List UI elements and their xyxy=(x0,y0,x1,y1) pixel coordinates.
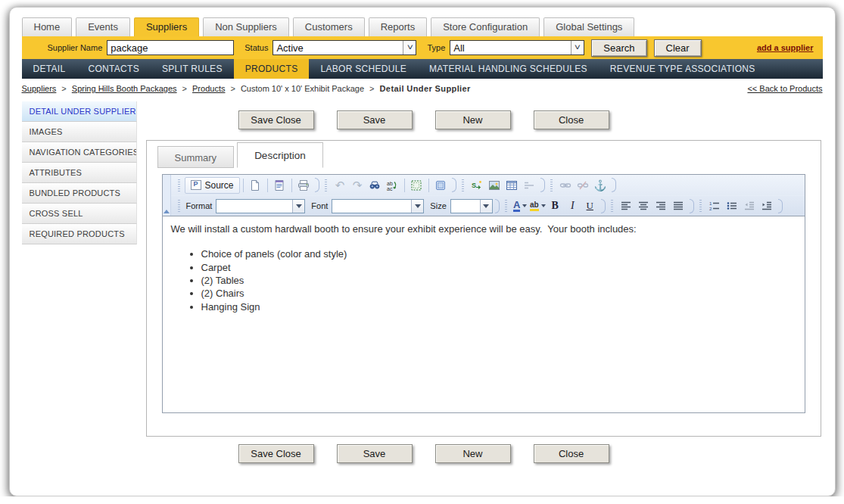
top-tab[interactable]: Customers xyxy=(293,17,365,36)
format-select[interactable] xyxy=(216,199,305,213)
sidebar-item[interactable]: IMAGES xyxy=(22,122,137,142)
insert-symbol-icon[interactable]: S xyxy=(469,177,486,194)
section-nav-item[interactable]: MATERIAL HANDLING SCHEDULES xyxy=(418,59,599,79)
save-button[interactable]: Save xyxy=(337,444,413,463)
align-center-icon[interactable] xyxy=(635,198,652,214)
editor-toolbar-row-1: Source xyxy=(171,175,805,195)
toolbar-grip[interactable] xyxy=(611,200,613,212)
find-icon[interactable] xyxy=(366,177,384,194)
numbered-list-icon[interactable]: 12 xyxy=(706,198,724,214)
breadcrumb-label[interactable]: Products xyxy=(192,84,225,93)
table-icon[interactable] xyxy=(503,177,521,194)
sidebar-item[interactable]: ATTRIBUTES xyxy=(22,163,137,183)
section-nav-item[interactable]: CONTACTS xyxy=(76,59,151,79)
preview-icon[interactable] xyxy=(271,177,288,194)
chevron-down-icon[interactable] xyxy=(480,200,492,213)
content-tab-bar: SummaryDescription xyxy=(147,141,821,168)
sidebar-item[interactable]: NAVIGATION CATEGORIES xyxy=(22,142,137,163)
toolbar-grip[interactable] xyxy=(550,179,553,191)
horizontal-rule-icon[interactable] xyxy=(521,177,538,194)
bulleted-list-icon[interactable] xyxy=(724,198,741,214)
back-to-products-link[interactable]: << Back to Products xyxy=(747,84,822,93)
breadcrumb-label[interactable]: Detail Under Supplier xyxy=(380,84,471,93)
toolbar-grip[interactable] xyxy=(178,200,180,212)
save-close-button[interactable]: Save Close xyxy=(238,110,314,129)
chevron-down-icon[interactable]: ˅ xyxy=(571,41,584,54)
anchor-icon[interactable]: ⚓ xyxy=(592,177,609,194)
align-right-icon[interactable] xyxy=(652,198,670,214)
breadcrumb-item: Detail Under Supplier > xyxy=(380,84,471,93)
new-button[interactable]: New xyxy=(435,110,511,129)
top-tab[interactable]: Events xyxy=(76,17,130,36)
sidebar-item[interactable]: DETAIL UNDER SUPPLIER xyxy=(22,101,137,122)
breadcrumb-label[interactable]: Suppliers xyxy=(22,84,57,93)
align-left-icon[interactable] xyxy=(618,198,635,214)
status-select[interactable]: Active ˅ xyxy=(273,40,416,55)
redo-icon[interactable]: ↷ xyxy=(349,177,366,194)
search-button[interactable]: Search xyxy=(591,39,646,57)
bold-icon[interactable]: B xyxy=(547,198,564,214)
toolbar-grip[interactable] xyxy=(178,179,180,191)
maximize-icon[interactable] xyxy=(432,177,450,194)
breadcrumb-label[interactable]: Custom 10' x 10' Exhibit Package xyxy=(241,84,364,93)
content-tab[interactable]: Summary xyxy=(157,146,235,168)
font-select[interactable] xyxy=(332,199,424,213)
section-nav-item[interactable]: REVENUE TYPE ASSOCIATIONS xyxy=(599,59,767,79)
top-tab[interactable]: Suppliers xyxy=(134,17,199,36)
align-justify-icon[interactable] xyxy=(670,198,687,214)
decrease-indent-icon[interactable] xyxy=(741,198,758,214)
chevron-down-icon[interactable] xyxy=(292,200,304,213)
content-tab[interactable]: Description xyxy=(237,142,323,168)
toolbar-grip[interactable] xyxy=(505,200,507,212)
breadcrumb-label[interactable]: Spring Hills Booth Packages xyxy=(72,84,177,93)
sidebar-item[interactable]: CROSS SELL xyxy=(22,204,137,224)
top-tab[interactable]: Store Configuration xyxy=(431,17,540,36)
print-icon[interactable] xyxy=(295,177,313,194)
top-tab[interactable]: Non Suppliers xyxy=(203,17,289,36)
top-tab[interactable]: Reports xyxy=(369,17,428,36)
new-button[interactable]: New xyxy=(435,444,511,463)
chevron-down-icon[interactable] xyxy=(411,200,423,213)
section-nav-item[interactable]: SPLIT RULES xyxy=(151,59,234,79)
editor-bullet-list: Choice of panels (color and style)Carpet… xyxy=(171,248,796,313)
image-icon[interactable] xyxy=(486,177,503,194)
save-close-button[interactable]: Save Close xyxy=(238,444,314,463)
sidebar-item[interactable]: REQUIRED PRODUCTS xyxy=(22,224,137,244)
section-nav-item[interactable]: DETAIL xyxy=(22,59,77,79)
close-button[interactable]: Close xyxy=(534,444,609,463)
top-tab[interactable]: Home xyxy=(22,17,73,36)
source-button[interactable]: Source xyxy=(185,177,240,194)
italic-icon[interactable]: I xyxy=(564,198,581,214)
top-tab[interactable]: Global Settings xyxy=(543,17,634,36)
add-supplier-link[interactable]: add a supplier xyxy=(757,43,814,52)
type-select[interactable]: All ˅ xyxy=(450,40,584,55)
toolbar-grip[interactable] xyxy=(699,200,702,212)
save-button[interactable]: Save xyxy=(337,110,413,129)
link-icon[interactable] xyxy=(557,177,575,194)
toolbar-grip[interactable] xyxy=(462,179,464,191)
increase-indent-icon[interactable] xyxy=(758,198,776,214)
supplier-name-input[interactable] xyxy=(107,40,234,55)
toolbar-collapse-rail[interactable] xyxy=(163,175,171,216)
select-all-icon[interactable] xyxy=(408,177,425,194)
clear-button[interactable]: Clear xyxy=(654,39,702,57)
editor-content-area[interactable]: We will install a custom hardwall booth … xyxy=(163,216,805,412)
highlight-color-icon[interactable]: ab xyxy=(529,198,547,214)
chevron-down-icon[interactable]: ˅ xyxy=(403,41,416,54)
section-nav-item[interactable]: LABOR SCHEDULE xyxy=(309,59,418,79)
replace-icon[interactable]: abac xyxy=(384,177,401,194)
sidebar-item[interactable]: BUNDLED PRODUCTS xyxy=(22,183,137,204)
toolbar-grip[interactable] xyxy=(325,179,327,191)
size-select[interactable] xyxy=(450,199,493,213)
new-page-icon[interactable] xyxy=(247,177,264,194)
collapse-toolbar-icon[interactable] xyxy=(164,210,170,213)
breadcrumb-separator: > xyxy=(61,84,66,93)
undo-icon[interactable]: ↶ xyxy=(332,177,349,194)
text-color-icon[interactable]: A xyxy=(512,198,529,214)
svg-text:S: S xyxy=(472,182,476,189)
unlink-icon[interactable] xyxy=(575,177,592,194)
section-nav-item[interactable]: PRODUCTS xyxy=(234,59,310,79)
svg-text:ac: ac xyxy=(387,186,393,191)
close-button[interactable]: Close xyxy=(534,110,609,129)
underline-icon[interactable]: U xyxy=(581,198,599,214)
